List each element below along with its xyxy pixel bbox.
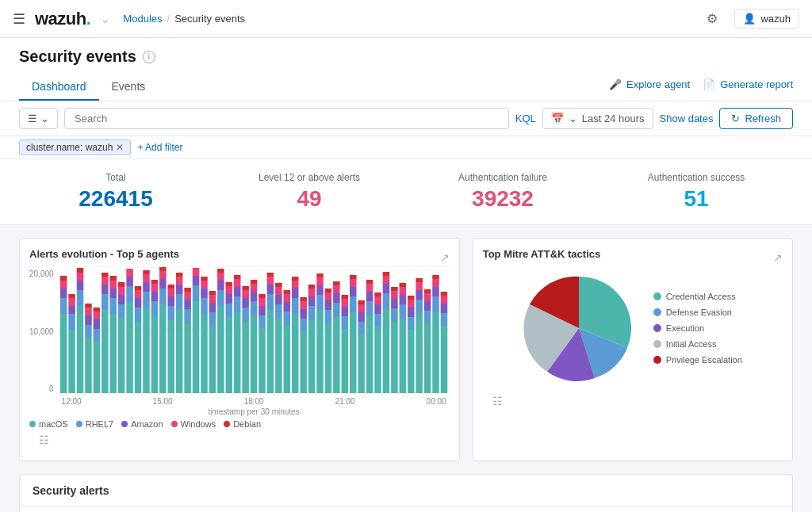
filter-tag-remove[interactable]: ✕ xyxy=(116,142,124,153)
chevron-down-icon[interactable]: ⌄ xyxy=(100,11,110,26)
pie-chart-svg xyxy=(523,273,634,384)
svg-rect-196 xyxy=(382,309,389,393)
svg-rect-134 xyxy=(275,287,282,295)
svg-rect-227 xyxy=(432,296,439,312)
svg-rect-48 xyxy=(134,308,141,322)
legend-debian-dot xyxy=(224,421,230,427)
legend-amazon-label: Amazon xyxy=(131,419,163,429)
svg-rect-135 xyxy=(275,283,282,287)
time-filter-button[interactable]: 📅 ⌄ Last 24 hours xyxy=(542,108,653,129)
svg-rect-199 xyxy=(382,276,389,284)
svg-rect-126 xyxy=(266,310,274,393)
svg-rect-37 xyxy=(109,276,117,281)
svg-rect-202 xyxy=(391,308,398,322)
svg-rect-56 xyxy=(143,270,150,274)
pie-chart-table-icon[interactable]: ☷ xyxy=(492,395,503,407)
svg-rect-20 xyxy=(85,315,92,325)
tabs-row: Dashboard Events 🎤 Explore agent 📄 Gener… xyxy=(19,74,793,101)
stat-total-value: 226415 xyxy=(19,186,213,212)
col-rule-id: rule.id xyxy=(741,507,792,512)
svg-rect-229 xyxy=(432,279,439,287)
svg-rect-112 xyxy=(242,308,249,322)
svg-rect-104 xyxy=(225,286,232,294)
stat-auth-failure-label: Authentication failure xyxy=(406,172,599,183)
settings-icon-button[interactable]: ⚙ xyxy=(699,6,725,32)
legend-amazon: Amazon xyxy=(121,419,163,429)
svg-rect-32 xyxy=(102,273,109,277)
col-time[interactable]: Time ▲ xyxy=(20,507,151,512)
svg-rect-66 xyxy=(159,267,167,271)
svg-rect-198 xyxy=(382,284,389,293)
menu-icon[interactable]: ☰ xyxy=(13,10,25,28)
svg-rect-144 xyxy=(292,281,299,288)
svg-rect-43 xyxy=(126,302,133,393)
svg-rect-96 xyxy=(217,306,224,393)
pie-chart-expand-icon[interactable]: ↗ xyxy=(773,251,783,264)
svg-rect-158 xyxy=(316,285,324,295)
legend-debian: Debian xyxy=(224,419,261,429)
search-input[interactable] xyxy=(64,108,509,129)
pie-legend: Credential Access Defense Evasion Execut… xyxy=(653,292,742,365)
svg-rect-16 xyxy=(76,273,83,281)
svg-rect-154 xyxy=(308,288,315,296)
generate-report-button[interactable]: 📄 Generate report xyxy=(703,78,793,90)
bar-chart-table-icon[interactable]: ☷ xyxy=(39,434,49,446)
svg-rect-31 xyxy=(102,277,109,285)
svg-rect-189 xyxy=(366,284,373,292)
svg-rect-193 xyxy=(374,304,381,314)
pie-legend-credential: Credential Access xyxy=(653,292,742,301)
pie-legend-privilege: Privilege Escalation xyxy=(653,355,742,365)
svg-rect-10 xyxy=(68,306,75,314)
filter-button[interactable]: ☰ ⌄ xyxy=(19,108,58,129)
tab-events[interactable]: Events xyxy=(99,74,159,101)
pie-legend-privilege-label: Privilege Escalation xyxy=(666,355,742,365)
svg-rect-167 xyxy=(333,303,340,317)
svg-rect-234 xyxy=(440,296,447,304)
breadcrumb-modules[interactable]: Modules xyxy=(123,13,162,25)
svg-rect-57 xyxy=(151,315,158,393)
svg-rect-92 xyxy=(209,312,216,326)
explore-agent-button[interactable]: 🎤 Explore agent xyxy=(609,78,690,90)
document-icon: 📄 xyxy=(703,78,715,90)
show-dates-button[interactable]: Show dates xyxy=(660,113,714,124)
svg-rect-174 xyxy=(341,299,348,307)
col-mitre-id: rule.mitre.id xyxy=(223,507,297,512)
svg-rect-41 xyxy=(118,287,125,295)
svg-rect-165 xyxy=(324,288,331,292)
svg-rect-208 xyxy=(399,295,406,304)
svg-rect-60 xyxy=(151,284,158,292)
svg-rect-233 xyxy=(440,304,447,313)
svg-rect-187 xyxy=(366,301,373,315)
kql-badge[interactable]: KQL xyxy=(515,113,536,124)
svg-rect-160 xyxy=(316,273,324,277)
bar-chart-title: Alerts evolution - Top 5 agents xyxy=(29,248,179,260)
add-filter-button[interactable]: + Add filter xyxy=(137,142,182,153)
svg-rect-19 xyxy=(85,325,92,338)
filter-tag: cluster.name: wazuh ✕ xyxy=(19,139,131,155)
tab-dashboard[interactable]: Dashboard xyxy=(19,74,99,101)
svg-rect-172 xyxy=(341,316,348,329)
svg-rect-47 xyxy=(134,322,141,393)
y-axis: 20,000 10,000 0 xyxy=(29,266,59,393)
svg-rect-87 xyxy=(201,298,208,314)
svg-rect-185 xyxy=(358,300,365,304)
svg-rect-35 xyxy=(109,288,117,298)
svg-rect-182 xyxy=(358,322,365,334)
refresh-button[interactable]: ↻ Refresh xyxy=(719,108,793,129)
user-menu[interactable]: 👤 wazuh xyxy=(734,9,799,29)
x-label-4: 21:00 xyxy=(335,397,355,406)
legend-macos: macOS xyxy=(29,419,68,429)
svg-rect-152 xyxy=(308,306,315,320)
svg-rect-75 xyxy=(176,277,183,285)
svg-rect-161 xyxy=(324,323,331,393)
svg-rect-52 xyxy=(143,308,150,393)
svg-rect-155 xyxy=(308,285,315,288)
security-alerts-table-card: Security alerts Time ▲ agent.name rule.m… xyxy=(19,474,793,512)
svg-rect-76 xyxy=(176,273,183,277)
svg-rect-117 xyxy=(250,301,257,315)
info-icon[interactable]: i xyxy=(143,51,155,63)
svg-rect-228 xyxy=(432,287,439,296)
bar-chart-expand-icon[interactable]: ↗ xyxy=(440,251,450,264)
svg-rect-86 xyxy=(201,314,208,393)
svg-rect-40 xyxy=(118,295,125,304)
